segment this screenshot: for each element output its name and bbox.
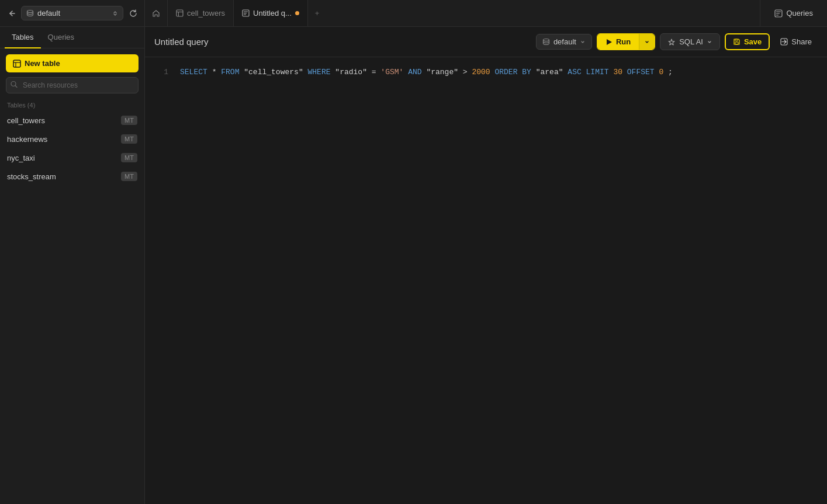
- toolbar-right: default Run: [536, 33, 818, 50]
- table-item-hackernews[interactable]: hackernews MT: [0, 130, 144, 148]
- table-icon: [176, 9, 184, 17]
- db-selector-toolbar[interactable]: default: [536, 34, 592, 50]
- queries-icon: [774, 9, 783, 18]
- table-item-nyc-taxi[interactable]: nyc_taxi MT: [0, 148, 144, 167]
- tabs-area: cell_towers Untitled q... +: [145, 0, 760, 26]
- table-item-stocks-stream[interactable]: stocks_stream MT: [0, 167, 144, 186]
- db-pill-label: default: [553, 37, 576, 46]
- db-name-label: default: [37, 9, 60, 18]
- svg-rect-2: [177, 10, 183, 16]
- code-content-1: SELECT * FROM "cell_towers" WHERE "radio…: [180, 67, 673, 79]
- sidebar-tab-tables[interactable]: Tables: [5, 27, 41, 48]
- save-label: Save: [744, 37, 762, 46]
- top-bar-right: Queries: [760, 0, 827, 26]
- unsaved-indicator: [295, 11, 299, 15]
- db-pill-icon: [542, 38, 550, 46]
- sql-ai-chevron: [707, 39, 712, 45]
- run-dropdown-button[interactable]: [639, 34, 655, 50]
- svg-rect-13: [13, 60, 20, 67]
- sql-ai-icon: [667, 38, 676, 46]
- svg-line-17: [15, 86, 17, 88]
- new-table-icon: [13, 60, 21, 68]
- sidebar-tab-queries[interactable]: Queries: [41, 27, 82, 48]
- save-button[interactable]: Save: [725, 33, 770, 50]
- search-icon: [11, 81, 18, 90]
- home-icon: [152, 9, 160, 18]
- add-tab-button[interactable]: +: [308, 0, 327, 26]
- new-table-label: New table: [25, 59, 60, 68]
- code-line-1: 1 SELECT * FROM "cell_towers" WHERE "rad…: [157, 67, 815, 79]
- back-button[interactable]: [5, 7, 18, 20]
- content-area: Untitled query default: [145, 27, 827, 504]
- share-label: Share: [791, 37, 812, 46]
- run-icon: [605, 39, 613, 46]
- save-icon: [733, 38, 741, 46]
- query-toolbar: Untitled query default: [145, 27, 827, 57]
- search-input[interactable]: [6, 77, 139, 93]
- tables-group-label: Tables (4): [0, 98, 144, 111]
- tab-cell-towers[interactable]: cell_towers: [168, 0, 234, 26]
- db-selector[interactable]: default: [21, 6, 123, 20]
- new-table-button[interactable]: New table: [6, 54, 139, 72]
- sql-ai-button[interactable]: SQL AI: [660, 33, 720, 50]
- run-button[interactable]: Run: [597, 34, 639, 50]
- back-icon: [7, 9, 15, 18]
- top-bar: default cell_towers: [0, 0, 827, 27]
- query-editor-area[interactable]: 1 SELECT * FROM "cell_towers" WHERE "rad…: [145, 57, 827, 504]
- search-container: [6, 77, 139, 93]
- table-list: cell_towers MT hackernews MT nyc_taxi MT…: [0, 111, 144, 186]
- run-button-group: Run: [597, 33, 655, 50]
- database-icon: [26, 9, 34, 17]
- query-title: Untitled query: [154, 37, 209, 47]
- svg-point-18: [543, 39, 549, 41]
- main-area: Tables Queries New table Tables: [0, 27, 827, 504]
- sidebar: Tables Queries New table Tables: [0, 27, 145, 504]
- queries-button[interactable]: Queries: [770, 6, 818, 20]
- tab-untitled-query-label: Untitled q...: [253, 9, 292, 18]
- svg-marker-19: [607, 39, 612, 45]
- refresh-button[interactable]: [127, 7, 140, 20]
- tab-cell-towers-label: cell_towers: [187, 9, 225, 18]
- db-pill-chevron: [580, 39, 586, 45]
- refresh-icon: [129, 9, 137, 18]
- share-button[interactable]: Share: [774, 34, 818, 49]
- share-icon: [780, 38, 788, 46]
- chevron-updown-icon: [112, 11, 118, 16]
- sql-ai-label: SQL AI: [679, 37, 703, 46]
- svg-point-1: [27, 11, 33, 13]
- table-item-cell-towers[interactable]: cell_towers MT: [0, 111, 144, 130]
- query-icon: [242, 9, 250, 17]
- sidebar-header: default: [0, 0, 145, 26]
- line-number-1: 1: [157, 67, 168, 79]
- run-dropdown-chevron: [644, 39, 650, 45]
- tab-untitled-query[interactable]: Untitled q...: [234, 0, 308, 26]
- tab-home[interactable]: [145, 0, 168, 26]
- svg-rect-21: [735, 39, 738, 41]
- run-label: Run: [616, 37, 631, 46]
- queries-label: Queries: [786, 9, 813, 18]
- sidebar-tabs: Tables Queries: [0, 27, 144, 48]
